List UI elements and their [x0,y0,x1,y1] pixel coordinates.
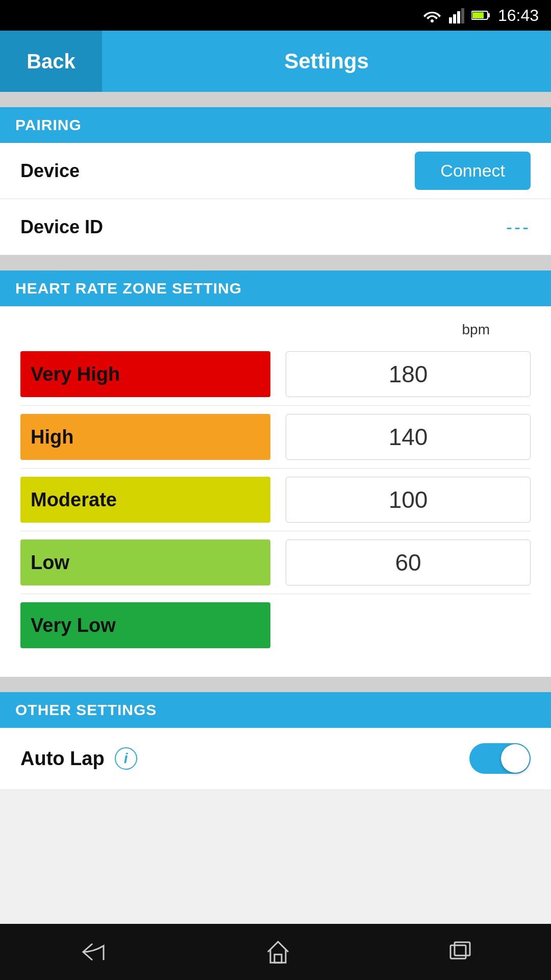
back-button[interactable]: Back [0,31,102,92]
other-settings-section-header: OTHER SETTINGS [0,692,551,728]
bpm-header: bpm [20,322,531,338]
zone-row-low: Low 60 [20,540,531,585]
zone-label-box-low: Low [20,540,270,585]
device-row: Device Connect [0,143,551,199]
zone-label-very-high: Very High [31,363,120,385]
zone-input-low[interactable]: 60 [286,540,531,585]
zone-row-high: High 140 [20,414,531,460]
middle-divider [0,255,551,271]
zone-row-very-high: Very High 180 [20,351,531,397]
zone-label-box-moderate: Moderate [20,477,270,523]
pairing-settings-list: Device Connect Device ID --- [0,143,551,255]
info-icon[interactable]: i [115,747,137,770]
zone-label-box-very-high: Very High [20,351,270,397]
zone-row-moderate: Moderate 100 [20,477,531,523]
svg-point-0 [431,19,434,22]
auto-lap-left: Auto Lap i [20,747,137,770]
battery-icon: ⚡ [471,10,491,21]
page-title: Settings [102,49,551,74]
hr-zone-section-label: HEART RATE ZONE SETTING [15,280,242,297]
toggle-thumb [501,744,530,773]
app-header: Back Settings [0,31,551,92]
zone-label-high: High [31,426,73,448]
svg-text:⚡: ⚡ [473,13,480,19]
zone-label-low: Low [31,552,69,574]
zone-label-moderate: Moderate [31,489,117,511]
auto-lap-toggle[interactable] [469,743,531,774]
wifi-icon [422,8,442,22]
nav-home-button[interactable] [265,939,291,965]
zone-value-moderate: 100 [389,486,428,513]
zone-input-high[interactable]: 140 [286,414,531,460]
zone-label-very-low: Very Low [31,615,116,636]
zone-row-wrapper-moderate: Moderate 100 [20,469,531,531]
zone-input-moderate[interactable]: 100 [286,477,531,523]
bottom-divider [0,677,551,692]
svg-rect-1 [449,17,452,23]
hr-zone-body: bpm Very High 180 High 140 Moderate [0,306,551,677]
device-id-row: Device ID --- [0,199,551,255]
zone-label-box-high: High [20,414,270,460]
zone-row-wrapper-very-low: Very Low [20,594,531,656]
svg-rect-6 [488,13,490,17]
zone-row-wrapper-low: Low 60 [20,531,531,594]
device-id-value: --- [506,216,531,238]
status-icons: ⚡ 16:43 [422,6,539,25]
nav-recents-button[interactable] [447,940,473,964]
hr-zone-section-header: HEART RATE ZONE SETTING [0,271,551,306]
zone-value-high: 140 [389,423,428,451]
status-bar: ⚡ 16:43 [0,0,551,31]
svg-rect-4 [461,8,464,23]
device-id-label: Device ID [20,216,103,238]
pairing-section-label: PAIRING [15,116,82,134]
svg-rect-3 [457,11,460,23]
zone-input-placeholder-very-low [286,602,531,648]
zone-row-wrapper-high: High 140 [20,406,531,469]
svg-rect-11 [455,942,470,955]
zone-row-wrapper-very-high: Very High 180 [20,343,531,406]
status-time: 16:43 [498,6,539,25]
other-settings-body: Auto Lap i [0,728,551,789]
device-label: Device [20,160,80,182]
connect-button[interactable]: Connect [415,152,531,190]
svg-rect-2 [453,14,456,23]
nav-back-button[interactable] [78,941,109,963]
zone-label-box-very-low: Very Low [20,602,270,648]
zone-value-very-high: 180 [389,360,428,388]
other-settings-section-label: OTHER SETTINGS [15,701,157,719]
auto-lap-label: Auto Lap [20,748,105,770]
signal-icon [449,7,464,23]
zone-row-very-low: Very Low [20,602,531,648]
svg-rect-10 [450,945,466,959]
top-divider [0,92,551,107]
svg-rect-9 [274,954,282,963]
zone-input-very-high[interactable]: 180 [286,351,531,397]
bottom-nav [0,924,551,980]
auto-lap-row: Auto Lap i [0,728,551,789]
zone-value-low: 60 [395,549,421,576]
pairing-section-header: PAIRING [0,107,551,143]
